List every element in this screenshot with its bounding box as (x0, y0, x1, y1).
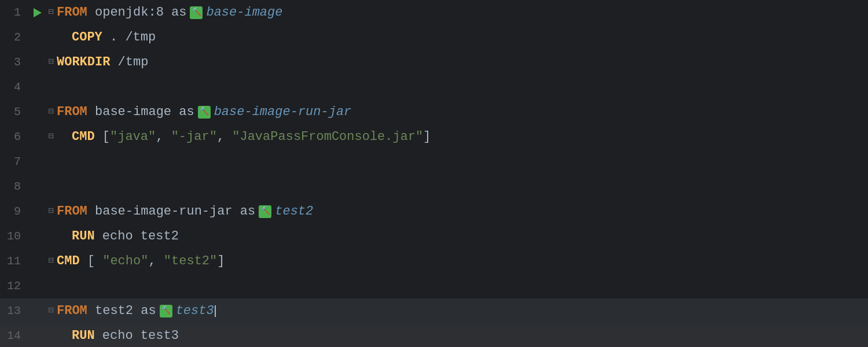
run-arrow-icon (34, 8, 42, 17)
text-cursor (215, 305, 216, 317)
line-number-5: 5 (0, 99, 30, 124)
line-3: 3⊟WORKDIR /tmp (0, 50, 868, 75)
code-content: FROM openjdk:8 as🔨base-image (57, 0, 282, 25)
line-number-11: 11 (0, 249, 30, 274)
line-number-1: 1 (0, 0, 30, 25)
line-number-2: 2 (0, 25, 30, 50)
hammer-icon: 🔨 (190, 6, 203, 19)
line-10: 10RUN echo test2 (0, 224, 868, 249)
line-2: 2COPY . /tmp (0, 25, 868, 50)
hammer-icon: 🔨 (259, 205, 271, 218)
code-token-stage-name: base-image-run-jar (214, 99, 352, 124)
fold-icon[interactable]: ⊟ (45, 298, 57, 323)
line-number-13: 13 (0, 298, 30, 323)
code-token-string-val: "JavaPassFromConsole.jar" (232, 124, 423, 149)
code-token-kw-from: FROM (57, 99, 87, 124)
fold-icon[interactable]: ⊟ (45, 199, 57, 224)
line-8: 8 (0, 174, 868, 199)
line-number-14: 14 (0, 323, 30, 347)
code-token-text-plain: ] (423, 124, 431, 149)
code-token-text-plain: base-image-run-jar (87, 199, 240, 224)
code-token-stage-name: base-image (206, 0, 282, 25)
code-token-kw-from: FROM (57, 199, 87, 224)
line-9: 9⊟FROM base-image-run-jar as🔨test2 (0, 199, 868, 224)
code-token-stage-name: test2 (275, 199, 313, 224)
code-token-kw-from: FROM (57, 298, 87, 323)
line-4: 4 (0, 75, 868, 99)
code-token-text-plain: openjdk:8 (87, 0, 171, 25)
line-1: 1⊟FROM openjdk:8 as🔨base-image (0, 0, 868, 25)
code-content: WORKDIR /tmp (57, 50, 148, 75)
line-number-8: 8 (0, 174, 30, 199)
code-token-text-plain: as (171, 0, 186, 25)
code-token-text-plain: test2 (87, 298, 141, 323)
code-token-text-plain: [ (95, 124, 110, 149)
line-number-12: 12 (0, 274, 30, 298)
line-number-3: 3 (0, 50, 30, 75)
line-14: 14RUN echo test3 (0, 323, 868, 347)
code-token-text-plain: , (148, 249, 163, 274)
code-token-text-plain: , (156, 124, 171, 149)
line-number-6: 6 (0, 124, 30, 149)
code-content: FROM base-image-run-jar as🔨test2 (57, 199, 313, 224)
code-token-text-plain: echo test3 (95, 323, 179, 347)
code-content: FROM base-image as🔨base-image-run-jar (57, 99, 351, 124)
code-token-text-plain: ] (217, 249, 225, 274)
line-5: 5⊟FROM base-image as🔨base-image-run-jar (0, 99, 868, 124)
code-content: COPY . /tmp (72, 25, 156, 50)
code-content: CMD ["java", "-jar", "JavaPassFromConsol… (72, 124, 431, 149)
code-token-kw-run: RUN (72, 323, 95, 347)
code-token-kw-cmd: CMD (72, 124, 95, 149)
code-token-text-plain: echo test2 (95, 224, 179, 249)
code-token-text-plain: as (179, 99, 194, 124)
code-token-kw-cmd: CMD (57, 249, 80, 274)
line-11: 11⊟CMD [ "echo", "test2"] (0, 249, 868, 274)
code-editor: 1⊟FROM openjdk:8 as🔨base-image2COPY . /t… (0, 0, 868, 347)
line-number-10: 10 (0, 224, 30, 249)
code-token-text-plain: . /tmp (102, 25, 156, 50)
code-token-text-plain: base-image (87, 99, 179, 124)
code-content: CMD [ "echo", "test2"] (57, 249, 225, 274)
code-content: RUN echo test3 (72, 323, 179, 347)
code-token-stage-name: test3 (176, 298, 214, 323)
hammer-icon: 🔨 (160, 305, 172, 318)
line-number-4: 4 (0, 75, 30, 99)
fold-icon[interactable]: ⊟ (45, 50, 57, 75)
line-12: 12 (0, 274, 868, 298)
code-token-string-val: "echo" (102, 249, 148, 274)
fold-icon[interactable]: ⊟ (45, 0, 57, 25)
line-number-9: 9 (0, 199, 30, 224)
code-content: RUN echo test2 (72, 224, 179, 249)
line-number-7: 7 (0, 149, 30, 174)
code-token-string-val: "test2" (164, 249, 217, 274)
code-token-kw-from: FROM (57, 0, 87, 25)
code-token-text-plain: as (141, 298, 156, 323)
line-13: 13⊟FROM test2 as🔨test3 (0, 298, 868, 323)
fold-icon[interactable]: ⊟ (45, 124, 57, 149)
run-button[interactable] (30, 8, 45, 17)
code-token-kw-run: RUN (72, 224, 95, 249)
fold-icon[interactable]: ⊟ (45, 249, 57, 274)
code-token-kw-copy: COPY (72, 25, 102, 50)
code-content: FROM test2 as🔨test3 (57, 298, 216, 323)
fold-icon[interactable]: ⊟ (45, 99, 57, 124)
code-token-kw-workdir: WORKDIR (57, 50, 110, 75)
code-token-string-val: "java" (110, 124, 156, 149)
code-token-text-plain: as (240, 199, 255, 224)
code-token-text-plain: /tmp (110, 50, 148, 75)
code-token-text-plain: , (217, 124, 232, 149)
code-token-string-val: "-jar" (171, 124, 217, 149)
hammer-icon: 🔨 (198, 106, 211, 119)
code-token-text-plain: [ (80, 249, 103, 274)
line-6: 6⊟CMD ["java", "-jar", "JavaPassFromCons… (0, 124, 868, 149)
line-7: 7 (0, 149, 868, 174)
